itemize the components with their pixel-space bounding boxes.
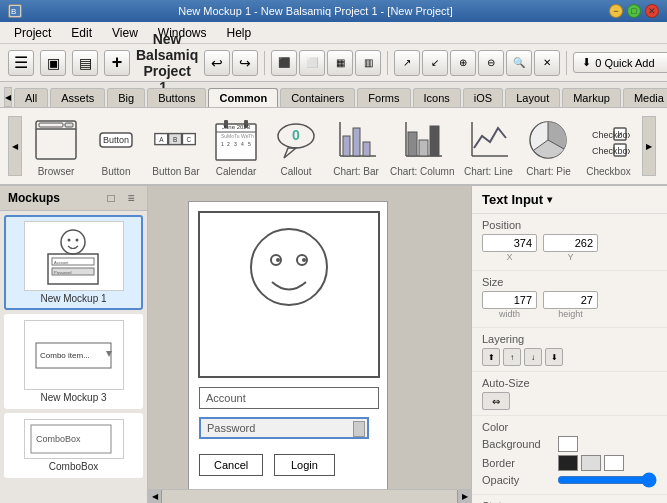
position-x-input[interactable]	[482, 234, 537, 252]
svg-rect-41	[430, 126, 439, 156]
password-input[interactable]: Password	[199, 417, 369, 439]
view-grid-btn[interactable]: ▣	[40, 50, 66, 76]
toolbar-icon-7[interactable]: ⊕	[450, 50, 476, 76]
svg-text:Checkbox: Checkbox	[592, 130, 630, 140]
password-drag-handle[interactable]	[353, 421, 365, 437]
toolbar-icon-1[interactable]: ⬛	[271, 50, 297, 76]
scroll-right-arrow[interactable]: ▶	[457, 490, 471, 504]
panel-title: Mockups	[8, 191, 60, 205]
tab-assets[interactable]: Assets	[50, 88, 105, 107]
horizontal-scrollbar[interactable]: ◀ ▶	[148, 489, 471, 503]
panel-icon-2[interactable]: ≡	[123, 190, 139, 206]
toolbar-icon-3[interactable]: ▦	[327, 50, 353, 76]
add-mockup-btn[interactable]: +	[104, 50, 130, 76]
mockup-name-3: New Mockup 3	[40, 392, 106, 403]
comp-chartbar[interactable]: Chart: Bar	[330, 116, 382, 177]
hamburger-menu[interactable]: ☰	[8, 50, 34, 76]
tab-forms[interactable]: Forms	[357, 88, 410, 107]
size-label: Size	[482, 276, 657, 288]
view-list-btn[interactable]: ▤	[72, 50, 98, 76]
border-gray-swatch[interactable]	[581, 455, 601, 471]
svg-rect-66	[199, 212, 379, 377]
mockup-canvas[interactable]: Account Password Cancel Login	[188, 201, 388, 496]
tab-containers[interactable]: Containers	[280, 88, 355, 107]
comp-calendar[interactable]: June 2023 Su Mo Tu We Th 1 2 3 4 5 Calen…	[210, 116, 262, 177]
toolbar-icon-10[interactable]: ✕	[534, 50, 560, 76]
border-black-swatch[interactable]	[558, 455, 578, 471]
border-white-swatch[interactable]	[604, 455, 624, 471]
comp-chartline[interactable]: Chart: Line	[462, 116, 514, 177]
position-y-input[interactable]	[543, 234, 598, 252]
toolbar-icon-4[interactable]: ▥	[355, 50, 381, 76]
tab-media[interactable]: Media	[623, 88, 667, 107]
send-to-back-btn[interactable]: ⬇	[545, 348, 563, 366]
toolbar-icon-9[interactable]: 🔍	[506, 50, 532, 76]
scroll-left-btn[interactable]: ◀	[4, 87, 12, 107]
panel-icon-1[interactable]: □	[103, 190, 119, 206]
close-button[interactable]: ✕	[645, 4, 659, 18]
comp-scroll-left[interactable]: ◀	[8, 116, 22, 176]
send-backward-btn[interactable]: ↓	[524, 348, 542, 366]
comp-callout-label: Callout	[280, 166, 311, 177]
canvas-area[interactable]: Account Password Cancel Login ◀	[148, 186, 471, 503]
dropdown-arrow-icon[interactable]: ▾	[547, 194, 552, 205]
comp-chartpie[interactable]: Chart: Pie	[522, 116, 574, 177]
svg-text:1: 1	[221, 141, 224, 147]
comp-callout[interactable]: 0 Callout	[270, 116, 322, 177]
bring-to-front-btn[interactable]: ⬆	[482, 348, 500, 366]
svg-text:Checkbox: Checkbox	[592, 146, 630, 156]
background-color-swatch[interactable]	[558, 436, 578, 452]
title-bar: B New Mockup 1 - New Balsamiq Project 1 …	[0, 0, 667, 22]
toolbar-icon-8[interactable]: ⊖	[478, 50, 504, 76]
panel-header: Mockups □ ≡	[0, 186, 147, 211]
menu-edit[interactable]: Edit	[63, 24, 100, 42]
comp-calendar-label: Calendar	[216, 166, 257, 177]
comp-chartcolumn[interactable]: Chart: Column	[390, 116, 454, 177]
size-section: Size width height	[472, 271, 667, 328]
component-tabs: ◀ All Assets Big Buttons Common Containe…	[0, 82, 667, 108]
mockup-item-3[interactable]: Combo item... New Mockup 3	[4, 314, 143, 409]
tab-markup[interactable]: Markup	[562, 88, 621, 107]
tab-all[interactable]: All	[14, 88, 48, 107]
minimize-button[interactable]: −	[609, 4, 623, 18]
toolbar-icon-6[interactable]: ↙	[422, 50, 448, 76]
autosize-btn[interactable]: ⇔	[482, 392, 510, 410]
svg-rect-4	[39, 123, 63, 127]
comp-scroll-right[interactable]: ▶	[642, 116, 656, 176]
size-width-input[interactable]	[482, 291, 537, 309]
maximize-button[interactable]: □	[627, 4, 641, 18]
tab-big[interactable]: Big	[107, 88, 145, 107]
undo-btn[interactable]: ↩	[204, 50, 230, 76]
cancel-btn-canvas[interactable]: Cancel	[199, 454, 263, 476]
tab-layout[interactable]: Layout	[505, 88, 560, 107]
mockup-item-1[interactable]: Account Password New Mockup 1	[4, 215, 143, 310]
login-btn-canvas[interactable]: Login	[274, 454, 335, 476]
tab-common[interactable]: Common	[208, 88, 278, 107]
menu-project[interactable]: Project	[6, 24, 59, 42]
scroll-left-arrow[interactable]: ◀	[148, 490, 162, 504]
left-panel: Mockups □ ≡	[0, 186, 148, 503]
bring-forward-btn[interactable]: ↑	[503, 348, 521, 366]
size-height-input[interactable]	[543, 291, 598, 309]
comp-button[interactable]: Button Button	[90, 116, 142, 177]
opacity-slider[interactable]	[557, 474, 657, 486]
comp-browser-label: Browser	[38, 166, 75, 177]
quick-add-button[interactable]: ⬇ 0 Quick Add	[573, 52, 667, 73]
comp-chartpie-label: Chart: Pie	[526, 166, 570, 177]
tab-ios[interactable]: iOS	[463, 88, 503, 107]
tab-icons[interactable]: Icons	[413, 88, 461, 107]
tab-buttons[interactable]: Buttons	[147, 88, 206, 107]
redo-btn[interactable]: ↪	[232, 50, 258, 76]
toolbar-icon-2[interactable]: ⬜	[299, 50, 325, 76]
account-input[interactable]: Account	[199, 387, 379, 409]
comp-buttonbar[interactable]: A B C Button Bar	[150, 116, 202, 177]
comp-browser[interactable]: Browser	[30, 116, 82, 177]
state-section: State Normal Disabled Selected Error	[472, 495, 667, 503]
menu-help[interactable]: Help	[219, 24, 260, 42]
toolbar-icon-5[interactable]: ↗	[394, 50, 420, 76]
mockup-item-combo[interactable]: ComboBox ComboBox	[4, 413, 143, 478]
comp-chartcolumn-label: Chart: Column	[390, 166, 454, 177]
comp-checkbox-label: Checkbox	[586, 166, 630, 177]
comp-checkbox[interactable]: ✓ Checkbox Checkbox Checkbox	[582, 116, 634, 177]
menu-bar: Project Edit View Windows Help	[0, 22, 667, 44]
